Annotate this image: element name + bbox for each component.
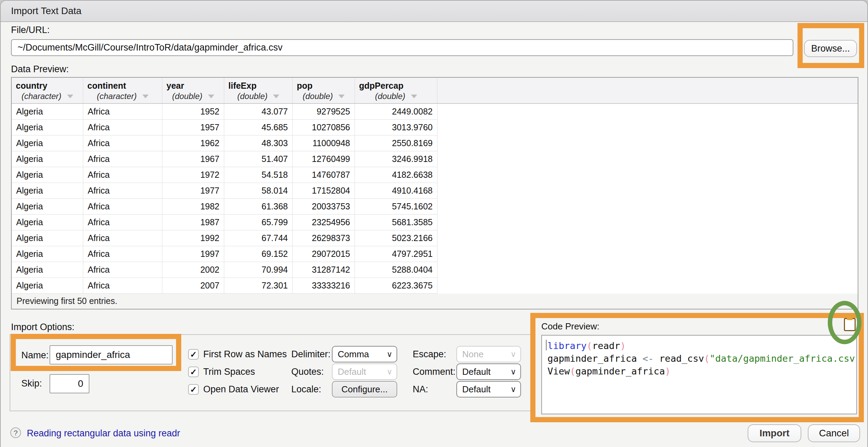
checkbox-label: First Row as Names: [203, 349, 287, 360]
column-type-text: (double): [303, 91, 333, 101]
option-label: Escape:: [413, 346, 446, 362]
dropdown-na[interactable]: Default∨: [456, 381, 521, 397]
table-row: AlgeriaAfrica195745.685102708563013.9760: [12, 120, 858, 135]
table-cell: Algeria: [12, 135, 83, 151]
import-text-data-dialog: Import Text Data File/URL: Browse... Dat…: [0, 0, 868, 447]
table-cell: Algeria: [12, 262, 83, 278]
code-token: read_csv: [654, 353, 704, 364]
column-type-text: (double): [375, 91, 405, 101]
column-header-country[interactable]: country(character): [12, 78, 83, 103]
table-cell: Algeria: [12, 183, 83, 199]
table-row: AlgeriaAfrica196248.303110009482550.8169: [12, 135, 858, 151]
sort-triangle-icon[interactable]: [338, 95, 345, 98]
option-label: Comment:: [413, 363, 456, 380]
table-row: AlgeriaAfrica200772.301333332166223.3675: [12, 278, 858, 294]
option-label: Delimiter:: [291, 346, 330, 362]
import-button[interactable]: Import: [748, 424, 801, 442]
table-cell: Africa: [83, 262, 162, 278]
table-cell: 11000948: [293, 135, 355, 151]
controls-column-a: Delimiter:Comma∨Quotes:Default∨Locale:Co…: [291, 346, 405, 399]
table-cell: Africa: [83, 199, 162, 215]
column-name: pop: [297, 80, 350, 91]
sort-triangle-icon[interactable]: [273, 95, 279, 98]
code-line: library(readr): [547, 339, 856, 352]
dropdown-delimiter[interactable]: Comma∨: [332, 346, 397, 362]
table-cell: Algeria: [12, 246, 83, 262]
table-cell: 1987: [162, 215, 224, 230]
table-cell: 14760787: [293, 167, 355, 183]
table-cell: Algeria: [12, 151, 83, 167]
table-cell: 5288.0404: [355, 262, 437, 278]
table-cell: 3246.9918: [355, 151, 437, 167]
table-cell: 5023.2166: [355, 230, 437, 246]
dropdown-comment[interactable]: Default∨: [456, 363, 521, 380]
readr-help-link[interactable]: Reading rectangular data using readr: [27, 428, 180, 439]
table-cell: Africa: [83, 215, 162, 230]
column-header-year[interactable]: year(double): [162, 78, 224, 103]
option-row: Escape:None∨: [413, 346, 526, 363]
name-input[interactable]: [50, 345, 173, 364]
table-cell: 1967: [162, 151, 224, 167]
table-cell: 54.518: [224, 167, 293, 183]
column-type: (character): [87, 91, 158, 101]
table-cell: 69.152: [224, 246, 293, 262]
help-icon[interactable]: ?: [10, 427, 21, 438]
code-line: gapminder_africa <- read_csv("data/gapmi…: [547, 352, 856, 365]
table-header: country(character)continent(character)ye…: [12, 78, 858, 104]
skip-input[interactable]: [50, 374, 89, 393]
name-label: Name:: [21, 350, 49, 361]
code-token: (: [587, 340, 592, 351]
column-header-gdpPercap[interactable]: gdpPercap(double): [355, 78, 437, 103]
column-header-pop[interactable]: pop(double): [293, 78, 355, 103]
checkbox[interactable]: ✓: [188, 349, 199, 360]
table-cell: 67.744: [224, 230, 293, 246]
table-cell: 1972: [162, 167, 224, 183]
table-cell: Africa: [83, 246, 162, 262]
sort-triangle-icon[interactable]: [411, 95, 417, 98]
table-row: AlgeriaAfrica199267.744262983735023.2166: [12, 230, 858, 246]
table-body: AlgeriaAfrica195243.07792795252449.0082A…: [12, 104, 858, 294]
column-header-lifeExp[interactable]: lifeExp(double): [224, 78, 293, 103]
sort-triangle-icon[interactable]: [142, 95, 149, 98]
table-cell: Africa: [83, 151, 162, 167]
dialog-title: Import Text Data: [1, 1, 867, 22]
file-url-label: File/URL:: [11, 25, 50, 35]
column-type-text: (character): [21, 91, 61, 101]
sort-triangle-icon[interactable]: [208, 95, 214, 98]
column-name: year: [166, 80, 220, 91]
option-label: Quotes:: [291, 363, 324, 380]
table-row: AlgeriaAfrica197254.518147607874182.6638: [12, 167, 858, 183]
column-name: gdpPercap: [359, 80, 433, 91]
dropdown-value: Default: [462, 384, 490, 394]
table-cell: 48.303: [224, 135, 293, 151]
column-type-text: (double): [237, 91, 268, 101]
table-cell-filler: [437, 120, 858, 135]
table-cell: Algeria: [12, 120, 83, 135]
browse-button[interactable]: Browse...: [804, 40, 857, 57]
table-cell: 6223.3675: [355, 278, 437, 294]
code-token: "data/gapminder_africa.csv": [709, 353, 857, 364]
chevron-down-icon: ∨: [510, 364, 516, 379]
table-cell: 1962: [162, 135, 224, 151]
checkbox-label: Open Data Viewer: [203, 384, 279, 395]
column-header-continent[interactable]: continent(character): [83, 78, 162, 103]
sort-triangle-icon[interactable]: [67, 95, 73, 98]
file-url-input[interactable]: [11, 39, 793, 56]
table-cell: 2550.8169: [355, 135, 437, 151]
table-cell: Africa: [83, 104, 162, 120]
code-preview-editor[interactable]: library(readr)gapminder_africa <- read_c…: [541, 335, 857, 414]
table-cell: 17152804: [293, 183, 355, 199]
table-cell: 12760499: [293, 151, 355, 167]
configure-button[interactable]: Configure...: [332, 381, 397, 397]
option-label: Locale:: [291, 381, 321, 397]
checkbox[interactable]: ✓: [188, 384, 199, 395]
code-token: ): [620, 340, 626, 351]
checkbox[interactable]: ✓: [188, 367, 199, 377]
table-cell: Africa: [83, 167, 162, 183]
table-row: AlgeriaAfrica199769.152290720154797.2951: [12, 246, 858, 262]
table-cell-filler: [437, 135, 858, 151]
table-cell: Algeria: [12, 278, 83, 294]
preview-footer-note: Previewing first 50 entries.: [12, 294, 858, 309]
cancel-button[interactable]: Cancel: [808, 424, 860, 442]
table-cell: 1977: [162, 183, 224, 199]
